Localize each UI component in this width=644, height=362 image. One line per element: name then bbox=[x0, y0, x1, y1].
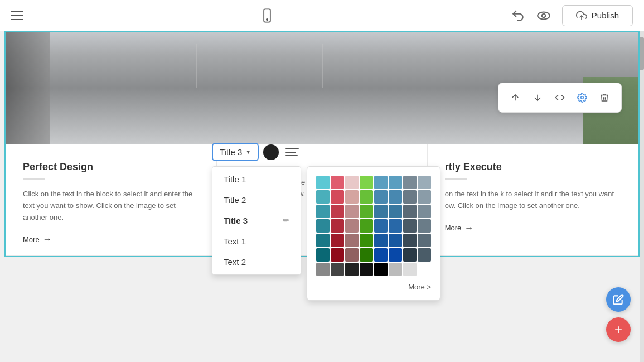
card-3-title: rtly Execute bbox=[445, 161, 621, 173]
color-swatch-27[interactable] bbox=[360, 219, 373, 233]
color-swatch-47[interactable] bbox=[418, 248, 431, 262]
color-swatch-46[interactable] bbox=[403, 248, 417, 262]
color-swatch-37[interactable] bbox=[389, 234, 402, 247]
color-swatch-3[interactable] bbox=[360, 176, 373, 189]
undo-icon[interactable] bbox=[511, 8, 525, 23]
dropdown-trigger-label: Title 3 bbox=[220, 147, 242, 157]
scrollbar-thumb[interactable] bbox=[640, 37, 644, 70]
publish-button[interactable]: Publish bbox=[562, 5, 633, 26]
color-swatch-42[interactable] bbox=[345, 248, 359, 262]
color-swatch-4[interactable] bbox=[374, 176, 388, 189]
color-swatch-41[interactable] bbox=[331, 248, 344, 262]
phone-icon[interactable] bbox=[259, 8, 275, 23]
color-swatch-29[interactable] bbox=[389, 219, 402, 233]
card-1-link[interactable]: More → bbox=[23, 234, 199, 244]
color-swatch-7[interactable] bbox=[418, 176, 431, 189]
color-swatch-52[interactable] bbox=[374, 263, 388, 276]
color-swatch-2[interactable] bbox=[345, 176, 359, 189]
color-swatch-24[interactable] bbox=[316, 219, 330, 233]
color-swatch-50[interactable] bbox=[345, 263, 359, 276]
color-swatch-8[interactable] bbox=[316, 190, 330, 204]
color-swatch-9[interactable] bbox=[331, 190, 344, 204]
color-swatch-33[interactable] bbox=[331, 234, 344, 247]
card-3-divider bbox=[445, 178, 467, 180]
color-swatch-40[interactable] bbox=[316, 248, 330, 262]
menu-icon[interactable] bbox=[11, 11, 23, 20]
card-3-link[interactable]: More → bbox=[445, 223, 621, 233]
card-3-text[interactable]: on the text in the k to select it and r … bbox=[445, 189, 621, 212]
color-swatch-14[interactable] bbox=[403, 190, 417, 204]
color-swatch-43[interactable] bbox=[360, 248, 373, 262]
card-3-arrow-icon: → bbox=[464, 223, 473, 233]
color-swatch-39[interactable] bbox=[418, 234, 431, 247]
color-swatch-31[interactable] bbox=[418, 219, 431, 233]
edit-icon: ✏ bbox=[283, 216, 289, 225]
color-swatch-49[interactable] bbox=[331, 263, 344, 276]
color-swatch-6[interactable] bbox=[403, 176, 417, 189]
color-swatch-34[interactable] bbox=[345, 234, 359, 247]
color-swatch-44[interactable] bbox=[374, 248, 388, 262]
toolbar-overlay bbox=[498, 83, 622, 113]
color-swatch-17[interactable] bbox=[331, 205, 344, 218]
color-swatch-48[interactable] bbox=[316, 263, 330, 276]
style-title3[interactable]: Title 3 ✏ bbox=[212, 210, 301, 231]
color-swatch-51[interactable] bbox=[360, 263, 373, 276]
edit-fab-button[interactable] bbox=[606, 287, 631, 312]
color-swatch-18[interactable] bbox=[345, 205, 359, 218]
color-swatch-19[interactable] bbox=[360, 205, 373, 218]
style-title1[interactable]: Title 1 bbox=[212, 169, 301, 190]
color-swatch-54[interactable] bbox=[403, 263, 417, 276]
header: Publish bbox=[0, 0, 644, 31]
color-swatch-1[interactable] bbox=[331, 176, 344, 189]
color-swatch-21[interactable] bbox=[389, 205, 402, 218]
add-fab-button[interactable]: + bbox=[606, 317, 631, 342]
color-swatch-25[interactable] bbox=[331, 219, 344, 233]
style-text1[interactable]: Text 1 bbox=[212, 231, 301, 252]
color-swatch-11[interactable] bbox=[360, 190, 373, 204]
move-up-button[interactable] bbox=[505, 88, 525, 108]
scrollbar[interactable] bbox=[640, 31, 644, 362]
more-colors-button[interactable]: More > bbox=[316, 283, 431, 291]
color-swatch-35[interactable] bbox=[360, 234, 373, 247]
color-swatch-22[interactable] bbox=[403, 205, 417, 218]
plus-icon: + bbox=[614, 322, 622, 337]
color-swatch-0[interactable] bbox=[316, 176, 330, 189]
header-center bbox=[259, 8, 275, 23]
color-swatch-28[interactable] bbox=[374, 219, 388, 233]
color-swatch-16[interactable] bbox=[316, 205, 330, 218]
color-swatch-13[interactable] bbox=[389, 190, 402, 204]
color-swatch-20[interactable] bbox=[374, 205, 388, 218]
text-align-button[interactable] bbox=[283, 144, 301, 160]
color-swatch-53[interactable] bbox=[389, 263, 402, 276]
text-color-button[interactable] bbox=[263, 144, 279, 160]
color-swatch-55[interactable] bbox=[418, 263, 431, 276]
color-swatch-38[interactable] bbox=[403, 234, 417, 247]
color-swatch-36[interactable] bbox=[374, 234, 388, 247]
color-swatch-12[interactable] bbox=[374, 190, 388, 204]
settings-button[interactable] bbox=[572, 88, 592, 108]
color-swatch-32[interactable] bbox=[316, 234, 330, 247]
svg-point-1 bbox=[267, 18, 268, 20]
move-down-button[interactable] bbox=[527, 88, 548, 108]
style-title2[interactable]: Title 2 bbox=[212, 190, 301, 210]
preview-icon[interactable] bbox=[536, 8, 551, 23]
main-area: Perfect Design Click on the text in the … bbox=[0, 31, 644, 362]
delete-button[interactable] bbox=[594, 88, 614, 108]
color-swatch-30[interactable] bbox=[403, 219, 417, 233]
text-style-dropdown[interactable]: Title 3 ▼ bbox=[212, 143, 259, 161]
code-button[interactable] bbox=[550, 88, 570, 108]
dropdown-arrow-icon: ▼ bbox=[245, 149, 251, 155]
publish-label: Publish bbox=[592, 11, 619, 20]
color-swatch-26[interactable] bbox=[345, 219, 359, 233]
style-text2[interactable]: Text 2 bbox=[212, 252, 301, 272]
color-swatch-45[interactable] bbox=[389, 248, 402, 262]
color-swatch-23[interactable] bbox=[418, 205, 431, 218]
color-swatch-10[interactable] bbox=[345, 190, 359, 204]
card-1-text[interactable]: Click on the text in the block to select… bbox=[23, 189, 199, 223]
color-picker-panel: More > bbox=[307, 166, 440, 301]
svg-point-2 bbox=[538, 12, 550, 19]
dropdown-container: Title 3 ▼ Title 1 Title 2 Title 3 bbox=[212, 143, 301, 161]
card-1-divider bbox=[23, 178, 45, 180]
color-swatch-15[interactable] bbox=[418, 190, 431, 204]
color-swatch-5[interactable] bbox=[389, 176, 402, 189]
